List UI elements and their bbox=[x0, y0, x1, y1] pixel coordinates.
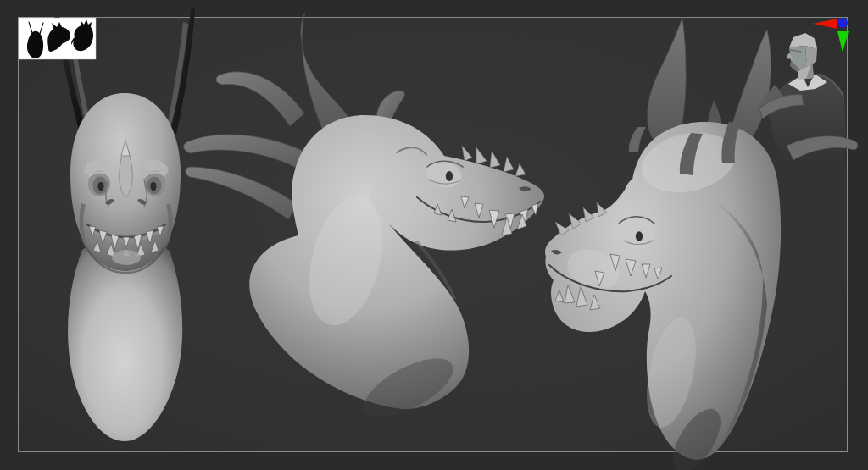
sculpt-app-window bbox=[0, 0, 868, 470]
front-eye-right bbox=[144, 171, 166, 196]
chin-bump bbox=[112, 250, 141, 265]
document-canvas[interactable] bbox=[0, 0, 868, 470]
reference-thumbnail[interactable] bbox=[19, 18, 96, 59]
axis-z-sphere-icon[interactable] bbox=[837, 18, 848, 28]
